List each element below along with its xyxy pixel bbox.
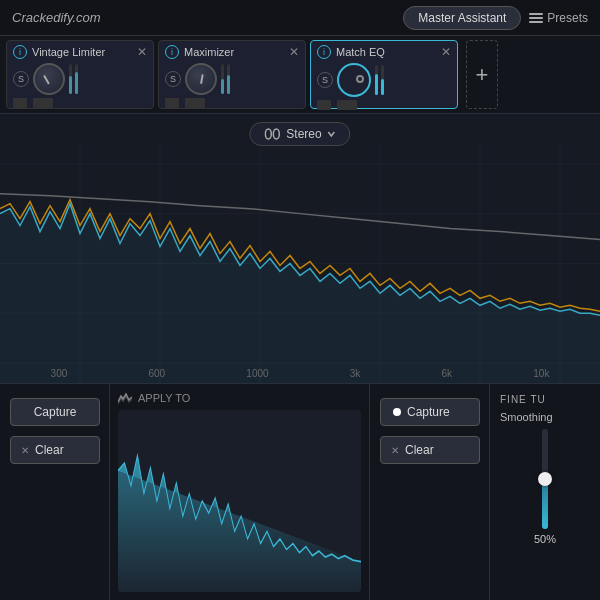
plugin-sliders-max: [221, 64, 230, 94]
eq-freq-labels: 300 600 1000 3k 6k 10k: [0, 368, 600, 379]
smoothing-slider-container: 50%: [500, 429, 590, 590]
svg-rect-0: [529, 13, 543, 15]
svg-rect-1: [529, 17, 543, 19]
plugin-meter-icon-eq: [337, 100, 357, 110]
chevron-down-icon: [328, 130, 336, 138]
apply-to-label: APPLY TO: [138, 392, 190, 404]
plugin-info-icon-max[interactable]: i: [165, 45, 179, 59]
plugin-s-btn-eq[interactable]: S: [317, 72, 333, 88]
stereo-icon: [264, 128, 280, 140]
clear-left-button[interactable]: ✕ Clear: [10, 436, 100, 464]
svg-point-3: [265, 129, 271, 139]
freq-label-10k: 10k: [533, 368, 549, 379]
smoothing-slider-thumb[interactable]: [538, 472, 552, 486]
freq-label-3k: 3k: [350, 368, 361, 379]
plugin-slot-maximizer: i Maximizer ✕ S: [158, 40, 306, 109]
capture-right-label: Capture: [407, 405, 450, 419]
plugin-eq-dot: [356, 75, 364, 83]
clear-right-x-icon: ✕: [391, 445, 399, 456]
plugin-eq-circle: [337, 63, 371, 97]
eq-stereo-button[interactable]: Stereo: [249, 122, 350, 146]
plugin-strip: i Vintage Limiter ✕ S i Maximizer: [0, 36, 600, 114]
fine-tune-section-label: FINE TU: [500, 394, 590, 405]
plugin-close-vintage-limiter[interactable]: ✕: [137, 45, 147, 59]
left-panel: Capture ✕ Clear: [0, 384, 110, 600]
plugin-s-btn-max[interactable]: S: [165, 71, 181, 87]
presets-button[interactable]: Presets: [529, 11, 588, 25]
plugin-meter-icon: [33, 98, 53, 108]
capture-left-button[interactable]: Capture: [10, 398, 100, 426]
plugin-info-icon[interactable]: i: [13, 45, 27, 59]
plugin-eq-icon-eq: [317, 100, 331, 110]
plugin-sliders-eq: [375, 65, 384, 95]
clear-left-x-icon: ✕: [21, 445, 29, 456]
clear-right-label: Clear: [405, 443, 434, 457]
freq-label-300: 300: [51, 368, 68, 379]
plugin-eq-icon-max: [165, 98, 179, 108]
smoothing-slider[interactable]: [542, 429, 548, 529]
plugin-add-button[interactable]: +: [466, 40, 498, 109]
bottom-section: Capture ✕ Clear APPLY TO: [0, 384, 600, 600]
plugin-knob[interactable]: [33, 63, 65, 95]
plugin-sliders: [69, 64, 78, 94]
svg-point-4: [273, 129, 279, 139]
smoothing-slider-fill: [542, 479, 548, 529]
apply-to-header: APPLY TO: [118, 392, 361, 404]
eq-main-area: Stereo 300 600 1000 3k 6k 10k: [0, 114, 600, 384]
presets-icon: [529, 13, 543, 23]
plugin-close-maximizer[interactable]: ✕: [289, 45, 299, 59]
logo-text: Crackedify.com: [12, 10, 101, 25]
smoothing-label: Smoothing: [500, 411, 590, 423]
stereo-label: Stereo: [286, 127, 321, 141]
plugin-knob-needle-max: [200, 74, 204, 84]
clear-right-button[interactable]: ✕ Clear: [380, 436, 480, 464]
svg-marker-16: [118, 456, 361, 593]
apply-to-icon: [118, 392, 132, 404]
master-assistant-button[interactable]: Master Assistant: [403, 6, 521, 30]
plugin-slot-match-eq: i Match EQ ✕ S: [310, 40, 458, 109]
freq-label-6k: 6k: [442, 368, 453, 379]
plugin-knob-max[interactable]: [185, 63, 217, 95]
plugin-title-match-eq: Match EQ: [336, 46, 385, 58]
plugin-meter-icon-max: [185, 98, 205, 108]
center-panel: APPLY TO: [110, 384, 370, 600]
plugin-close-match-eq[interactable]: ✕: [441, 45, 451, 59]
plugin-info-icon-eq[interactable]: i: [317, 45, 331, 59]
plugin-slot-vintage-limiter: i Vintage Limiter ✕ S: [6, 40, 154, 109]
top-bar: Crackedify.com Master Assistant Presets: [0, 0, 600, 36]
eq-graph: [0, 114, 600, 383]
freq-label-1000: 1000: [246, 368, 268, 379]
plugin-knob-needle: [43, 75, 50, 85]
fine-tune-panel: FINE TU Smoothing 50%: [490, 384, 600, 600]
plugin-title-vintage-limiter: Vintage Limiter: [32, 46, 105, 58]
plugin-title-maximizer: Maximizer: [184, 46, 234, 58]
right-capture-panel: Capture ✕ Clear: [370, 384, 490, 600]
plugin-eq-icon: [13, 98, 27, 108]
capture-active-dot: [393, 408, 401, 416]
smoothing-value: 50%: [534, 533, 556, 545]
clear-left-label: Clear: [35, 443, 64, 457]
apply-to-mini-chart: [118, 410, 361, 592]
svg-rect-2: [529, 21, 543, 23]
freq-label-600: 600: [148, 368, 165, 379]
plugin-s-btn[interactable]: S: [13, 71, 29, 87]
capture-right-button[interactable]: Capture: [380, 398, 480, 426]
